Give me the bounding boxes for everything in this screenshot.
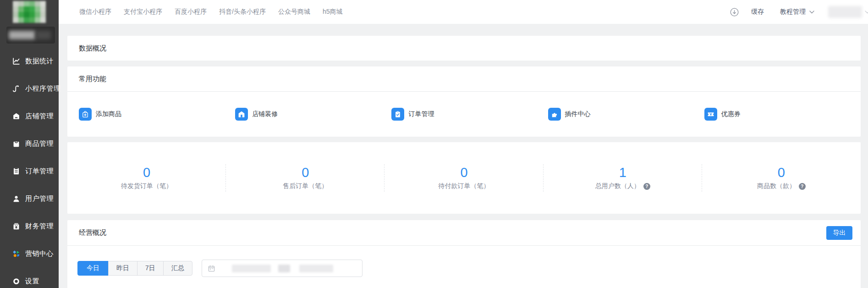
main-area: 微信小程序 支付宝小程序 百度小程序 抖音/头条小程序 公众号商城 h5商城 缓… [59,0,868,288]
help-icon[interactable]: ? [799,183,806,190]
sidebar-item-label: 订单管理 [25,167,54,176]
sidebar-item-orders[interactable]: 订单管理 [0,157,59,185]
quick-action-label: 插件中心 [565,110,591,118]
chevron-down-icon [865,11,868,14]
tab-douyin-mini[interactable]: 抖音/头条小程序 [219,8,266,16]
logo-image-blurred [13,1,18,6]
stat-value: 0 [702,165,861,180]
stat-label-text: 总用户数（人） [595,182,640,190]
quick-action-label: 订单管理 [408,110,434,118]
bag-plus-icon [79,108,92,121]
stat-total-users: 1 总用户数（人） ? [544,142,702,214]
miniprogram-icon [12,84,21,93]
tab-baidu-mini[interactable]: 百度小程序 [175,8,207,16]
tab-wechat-mini[interactable]: 微信小程序 [79,8,111,16]
sidebar-item-finance[interactable]: 财务管理 [0,212,59,240]
tab-alipay-mini[interactable]: 支付宝小程序 [124,8,162,16]
tab-h5-mall[interactable]: h5商城 [323,8,343,16]
download-icon[interactable] [730,7,739,17]
settings-icon [12,277,21,286]
stat-value: 1 [544,165,702,180]
quick-actions-title: 常用功能 [79,75,106,83]
goods-bag-icon [12,139,21,148]
stat-product-count: 0 商品数（款） ? [702,142,861,214]
tab-summary[interactable]: 汇总 [163,261,192,276]
sidebar-item-label: 营销中心 [25,249,54,258]
sidebar: 数据统计 小程序管理 店铺管理 商品管理 [0,0,59,288]
app-logo [0,0,59,45]
data-overview-title: 数据概况 [79,44,106,53]
sidebar-menu: 数据统计 小程序管理 店铺管理 商品管理 [0,47,59,288]
username-blurred [828,6,862,18]
tab-today[interactable]: 今日 [77,261,109,276]
logo-name-blurred [9,31,35,39]
data-overview-card: 数据概况 [67,36,861,61]
quick-action-shop-decorate[interactable]: 店铺装修 [235,108,391,121]
finance-yen-icon [12,222,21,231]
quick-actions-card: 常用功能 添加商品 店铺装修 [67,66,861,137]
clipboard-check-icon [391,108,404,121]
sidebar-item-data-stats[interactable]: 数据统计 [0,47,59,75]
stat-value: 0 [67,165,226,180]
coupon-ticket-icon [704,108,717,121]
tutorial-label: 教程管理 [780,8,806,16]
quick-action-plugin-center[interactable]: 插件中心 [548,108,704,121]
date-separator-blurred [278,265,290,272]
stat-after-sale: 0 售后订单（笔） [226,142,385,214]
puzzle-icon [548,108,561,121]
sidebar-item-label: 小程序管理 [25,84,61,93]
date-start-blurred [232,265,271,272]
tab-yesterday[interactable]: 昨日 [108,261,137,276]
stat-label: 商品数（款） ? [702,182,861,190]
tutorial-menu[interactable]: 教程管理 [780,8,814,16]
sidebar-item-label: 设置 [25,277,39,286]
tab-7days[interactable]: 7日 [137,261,164,276]
chart-line-icon [12,57,21,66]
stat-label: 售后订单（笔） [226,182,385,190]
date-range-input[interactable] [202,260,363,277]
stat-label-text: 待付款订单（笔） [439,182,490,190]
business-overview-card: 经营概况 导出 今日 昨日 7日 汇总 [67,220,861,288]
sidebar-item-label: 店铺管理 [25,112,54,121]
page-content: 数据概况 常用功能 添加商品 [59,24,868,288]
stat-label-text: 待发货订单（笔） [121,182,172,190]
marketing-icon [12,249,21,258]
logo-name-box [6,27,55,44]
stat-label: 总用户数（人） ? [544,182,702,190]
quick-action-coupon[interactable]: 优惠券 [704,108,861,121]
date-range-tabs: 今日 昨日 7日 汇总 [77,261,192,276]
quick-actions-header: 常用功能 [67,66,861,92]
user-menu[interactable] [828,6,868,18]
stat-label-text: 商品数（款） [757,182,796,190]
sidebar-item-marketing[interactable]: 营销中心 [0,240,59,267]
sidebar-item-shop[interactable]: 店铺管理 [0,102,59,130]
sidebar-item-goods[interactable]: 商品管理 [0,130,59,157]
order-list-icon [12,167,21,176]
cache-link[interactable]: 缓存 [751,8,764,16]
sidebar-item-settings[interactable]: 设置 [0,267,59,288]
sidebar-item-miniprogram[interactable]: 小程序管理 [0,75,59,102]
stat-label: 待发货订单（笔） [67,182,226,190]
sidebar-item-label: 财务管理 [25,222,54,231]
business-overview-header: 经营概况 导出 [67,220,861,246]
date-end-blurred [299,265,333,272]
quick-action-label: 添加商品 [96,110,121,118]
help-icon[interactable]: ? [643,183,650,190]
top-nav: 微信小程序 支付宝小程序 百度小程序 抖音/头条小程序 公众号商城 h5商城 缓… [59,0,868,24]
stat-label-text: 售后订单（笔） [283,182,328,190]
stat-value: 0 [385,165,543,180]
sidebar-item-label: 用户管理 [25,194,54,203]
app-root: 数据统计 小程序管理 店铺管理 商品管理 [0,0,868,288]
sidebar-item-label: 数据统计 [25,57,54,66]
quick-action-add-product[interactable]: 添加商品 [79,108,235,121]
tab-official-mall[interactable]: 公众号商城 [278,8,310,16]
business-overview-title: 经营概况 [79,228,106,237]
shop-icon [12,112,21,121]
stat-pending-payment: 0 待付款订单（笔） [385,142,543,214]
export-button[interactable]: 导出 [826,226,852,240]
quick-action-order-manage[interactable]: 订单管理 [391,108,548,121]
sidebar-item-users[interactable]: 用户管理 [0,185,59,212]
quick-actions-row: 添加商品 店铺装修 订单管理 [67,92,861,137]
logo-name-blurred-2 [36,31,51,39]
business-overview-filters: 今日 昨日 7日 汇总 [67,246,861,277]
